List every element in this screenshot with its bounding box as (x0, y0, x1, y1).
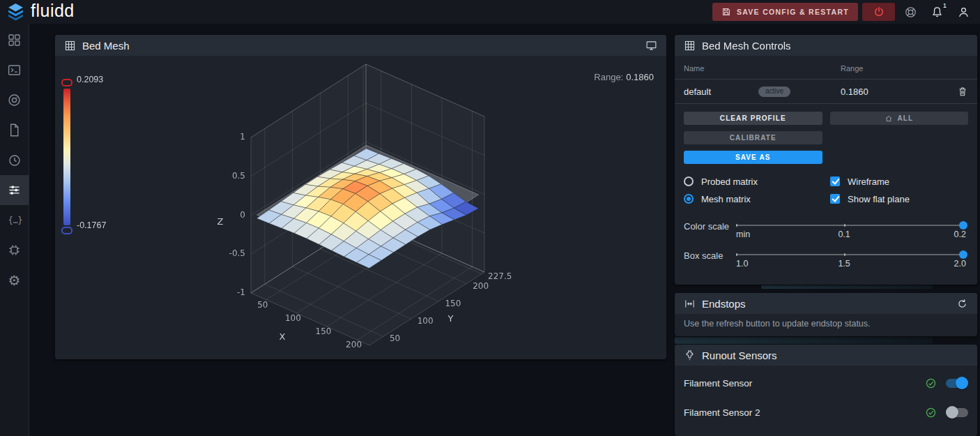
load-all-button[interactable]: ALL (830, 112, 969, 125)
colorbar (61, 79, 72, 234)
delete-profile-button[interactable] (957, 86, 968, 97)
sidebar-item-jobs[interactable] (0, 115, 29, 145)
lifebuoy-icon (904, 6, 917, 19)
sensor-list: Filament Sensor Filament Sensor 2 (675, 368, 977, 427)
sensor-toggle[interactable] (946, 379, 968, 388)
console-icon (7, 63, 22, 77)
profile-range: 0.1860 (841, 87, 950, 97)
ambient-light-strip (761, 285, 933, 289)
sensor-row-filament-sensor: Filament Sensor (675, 368, 977, 398)
clear-profile-button[interactable]: CLEAR PROFILE (684, 112, 822, 125)
braces-icon: {…} (7, 213, 22, 228)
checkbox-show-flat-plane[interactable]: Show flat plane (830, 193, 968, 204)
check-circle-icon (925, 377, 937, 389)
colorbar-min-cap (61, 227, 72, 234)
check-circle-icon (925, 407, 937, 419)
color-scale-slider-row: Color scale min 0.1 0.2 (684, 220, 968, 246)
sidebar-item-dashboard[interactable] (0, 25, 29, 55)
refresh-icon (956, 298, 968, 310)
color-scale-label: Color scale (684, 221, 729, 232)
notifications-button[interactable]: 1 (926, 1, 948, 22)
profile-actions: CLEAR PROFILE ALL CALIBRATE SAVE AS (675, 104, 977, 164)
grid-icon (684, 40, 696, 52)
mesh-range-label: Range: (594, 72, 623, 82)
checkbox-wireframe[interactable]: Wireframe (830, 176, 968, 187)
svg-text:{…}: {…} (8, 216, 22, 225)
sensor-label: Filament Sensor 2 (684, 407, 925, 418)
app-logo[interactable]: fluidd (7, 2, 75, 22)
sidebar-item-system[interactable] (0, 235, 29, 265)
sidebar-item-history[interactable] (0, 145, 29, 175)
person-icon (957, 6, 970, 19)
camera-icon (7, 93, 22, 107)
sidebar-item-tune[interactable] (0, 175, 29, 205)
column-range: Range (841, 64, 968, 73)
slider-thumb[interactable] (959, 250, 967, 259)
checkbox-icon[interactable] (830, 176, 840, 186)
radio-icon[interactable] (684, 194, 694, 204)
colorbar-max-label: 0.2093 (77, 75, 103, 84)
endstop-icon (684, 298, 696, 310)
b ell-icon (931, 6, 944, 19)
save-icon (721, 7, 731, 17)
slider-track[interactable] (736, 225, 966, 226)
radio-probed-matrix[interactable]: Probed matrix (684, 176, 830, 187)
sensor-toggle[interactable] (946, 408, 968, 417)
app-header: fluidd SAVE CONFIG & RESTART 1 (0, 0, 980, 24)
endstops-header: Endstops (675, 293, 977, 314)
trash-icon (957, 86, 968, 97)
fluidd-logo-icon (7, 3, 24, 21)
save-config-label: SAVE CONFIG & RESTART (737, 8, 849, 16)
slider-thumb[interactable] (959, 221, 967, 230)
support-button[interactable] (899, 1, 921, 22)
bed-mesh-controls-title: Bed Mesh Controls (702, 40, 791, 52)
box-scale-slider-row: Box scale 1.0 1.5 2.0 (684, 250, 968, 275)
color-scale-slider[interactable]: min 0.1 0.2 (736, 225, 966, 226)
fullscreen-monitor-button[interactable] (645, 40, 657, 52)
endstops-title: Endstops (702, 298, 746, 310)
endstops-card: Endstops Use the refresh button to updat… (675, 293, 977, 336)
ambient-light-strip (675, 337, 933, 344)
sidebar-item-console[interactable] (0, 55, 29, 85)
chip-icon (7, 243, 22, 257)
history-icon (7, 153, 22, 167)
radio-icon[interactable] (684, 176, 694, 186)
save-config-restart-button[interactable]: SAVE CONFIG & RESTART (712, 3, 858, 21)
mesh-range-text: Range:0.1860 (594, 72, 654, 82)
bed-mesh-card-header: Bed Mesh (55, 35, 666, 56)
sidebar-item-camera[interactable] (0, 85, 29, 115)
box-scale-slider[interactable]: 1.0 1.5 2.0 (736, 254, 966, 255)
box-scale-label: Box scale (684, 250, 723, 261)
account-button[interactable] (952, 1, 974, 22)
emergency-stop-button[interactable] (862, 3, 895, 21)
bed-mesh-controls-card: Bed Mesh Controls Name Range default act… (675, 35, 977, 285)
right-column: Bed Mesh Controls Name Range default act… (675, 35, 977, 425)
profile-name: default (684, 87, 758, 97)
topbar-actions: SAVE CONFIG & RESTART 1 (712, 1, 974, 22)
checkbox-icon[interactable] (830, 194, 840, 204)
save-as-button[interactable]: SAVE AS (684, 151, 822, 164)
bed-mesh-3d-plot[interactable] (55, 35, 666, 359)
home-icon (885, 114, 893, 123)
notification-badge: 1 (943, 1, 947, 9)
refresh-endstops-button[interactable] (956, 298, 968, 310)
bed-mesh-card: Bed Mesh Range:0.1860 0.2093 -0.1767 (55, 35, 666, 359)
gear-icon: ⚙ (8, 273, 21, 287)
radio-mesh-matrix[interactable]: Mesh matrix (684, 193, 830, 204)
bed-mesh-controls-header: Bed Mesh Controls (675, 35, 977, 56)
sidebar-item-settings[interactable]: ⚙ (0, 265, 29, 295)
sensor-row-filament-sensor-2: Filament Sensor 2 (675, 398, 977, 427)
calibrate-button[interactable]: CALIBRATE (684, 131, 822, 144)
mesh-range-value: 0.1860 (626, 72, 654, 82)
slider-track[interactable] (736, 254, 966, 255)
sensor-label: Filament Sensor (684, 378, 925, 389)
nozzle-icon (684, 349, 696, 361)
active-badge: active (758, 87, 790, 97)
main-content: Bed Mesh Range:0.1860 0.2093 -0.1767 (29, 24, 980, 436)
profile-row[interactable]: default active 0.1860 (675, 80, 977, 104)
bed-mesh-card-title: Bed Mesh (82, 40, 130, 52)
tune-sliders-icon (7, 183, 22, 197)
mesh-options: Probed matrix Wireframe Mesh matrix Show… (675, 164, 977, 204)
grid-icon (64, 40, 76, 52)
sidebar-item-macros[interactable]: {…} (0, 205, 29, 235)
